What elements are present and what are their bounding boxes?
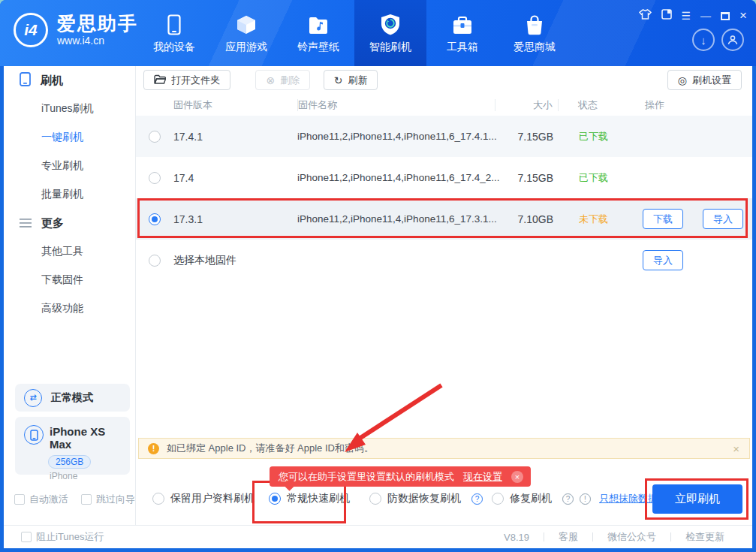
nav-apps-games[interactable]: 应用游戏 xyxy=(210,0,282,66)
table-row-local-firmware[interactable]: 选择本地固件 导入 xyxy=(136,240,752,281)
skin-theme-icon[interactable] xyxy=(639,9,652,23)
app-logo: i4 爱思助手 www.i4.cn xyxy=(14,13,138,47)
table-row-17-4[interactable]: 17.4 iPhone11,2,iPhone11,4,iPhone11,6_17… xyxy=(136,157,752,198)
sidebar-group-more: 更多 xyxy=(4,209,135,237)
checkbox-label: 阻止iTunes运行 xyxy=(36,530,104,544)
flash-phone-icon xyxy=(20,72,31,89)
close-button[interactable]: × xyxy=(739,11,747,21)
device-capacity-badge: 256GB xyxy=(48,455,91,469)
status-downloaded: 已下载 xyxy=(558,130,622,143)
nav-store[interactable]: 爱思商城 xyxy=(498,0,571,66)
col-size: 大小 xyxy=(495,99,558,111)
option-label: 修复刷机 xyxy=(510,492,552,505)
device-type: iPhone xyxy=(50,471,130,481)
cell-size: 7.15GB xyxy=(495,131,558,143)
nav-label: 我的设备 xyxy=(153,41,195,54)
set-now-link[interactable]: 现在设置 xyxy=(463,470,502,484)
block-itunes-checkbox[interactable]: 阻止iTunes运行 xyxy=(4,530,104,544)
info-icon[interactable]: ! xyxy=(580,493,591,505)
radio-unselected-icon[interactable] xyxy=(149,172,161,184)
button-label: 刷新 xyxy=(348,74,367,87)
sidebar-item-download-firmware[interactable]: 下载固件 xyxy=(4,266,135,294)
tooltip-close-icon[interactable]: × xyxy=(511,471,523,483)
delete-button[interactable]: ⊗ 删除 xyxy=(255,70,310,90)
table-row-17-4-1[interactable]: 17.4.1 iPhone11,2,iPhone11,4,iPhone11,6_… xyxy=(136,116,752,157)
sidebar-item-batch-flash[interactable]: 批量刷机 xyxy=(4,180,135,209)
maximize-button[interactable] xyxy=(721,12,730,20)
version-label: V8.19 xyxy=(489,532,544,543)
option-anti-data-recovery[interactable]: 防数据恢复刷机 ? xyxy=(369,489,483,508)
col-status: 状态 xyxy=(558,99,622,111)
download-center-icon[interactable]: ↓ xyxy=(692,29,715,51)
radio-unselected-icon xyxy=(152,493,164,505)
option-label: 保留用户资料刷机 xyxy=(170,492,255,505)
footer-links: V8.19 客服 微信公众号 检查更新 xyxy=(489,530,739,544)
user-account-icon[interactable] xyxy=(721,29,744,51)
nav-my-device[interactable]: 我的设备 xyxy=(138,0,210,66)
phone-icon xyxy=(167,13,181,35)
menu-icon[interactable]: ☰ xyxy=(682,11,691,21)
cell-name: iPhone11,2,iPhone11,4,iPhone11,6_17.3.1.… xyxy=(297,213,495,225)
flash-settings-button[interactable]: ◎ 刷机设置 xyxy=(667,70,742,90)
normal-mode-card[interactable]: ⇄ 正常模式 xyxy=(15,384,130,412)
firmware-table: 17.4.1 iPhone11,2,iPhone11,4,iPhone11,6_… xyxy=(136,116,752,281)
sidebar-item-one-click-flash[interactable]: 一键刷机 xyxy=(4,123,135,152)
tooltip-text: 您可以在助手设置里设置默认的刷机模式 xyxy=(279,470,454,484)
cell-size: 7.10GB xyxy=(495,213,558,225)
device-card[interactable]: iPhone XS Max 256GB iPhone xyxy=(15,417,130,475)
minimize-button[interactable]: — xyxy=(700,11,711,21)
radio-selected-icon[interactable] xyxy=(149,213,161,225)
table-row-17-3-1-selected[interactable]: 17.3.1 iPhone11,2,iPhone11,4,iPhone11,6_… xyxy=(136,198,752,240)
settings-gear-icon: ◎ xyxy=(678,75,687,86)
shopping-bag-icon xyxy=(525,13,544,35)
option-keep-user-data[interactable]: 保留用户资料刷机 xyxy=(152,489,255,508)
app-title: 爱思助手 xyxy=(57,14,138,35)
nav-toolbox[interactable]: 工具箱 xyxy=(426,0,498,66)
open-folder-button[interactable]: 打开文件夹 xyxy=(143,70,230,90)
checkbox-label: 跳过向导 xyxy=(96,493,135,506)
cell-version: 17.3.1 xyxy=(173,213,297,225)
check-update-link[interactable]: 检查更新 xyxy=(671,530,739,544)
toolbar: 打开文件夹 ⊗ 删除 ↻ 刷新 ◎ 刷机设置 xyxy=(143,70,742,91)
sidebar-item-itunes-flash[interactable]: iTunes刷机 xyxy=(4,95,135,123)
sidebar-item-advanced-features[interactable]: 高级功能 xyxy=(4,294,135,323)
import-firmware-button[interactable]: 导入 xyxy=(703,209,743,229)
help-icon[interactable]: ? xyxy=(562,493,574,505)
status-not-downloaded: 未下载 xyxy=(558,213,622,226)
flash-now-button[interactable]: 立即刷机 xyxy=(652,484,742,514)
option-normal-fast-flash[interactable]: 常规快速刷机 xyxy=(269,489,350,508)
device-phone-icon xyxy=(24,425,44,445)
sidebar-item-pro-flash[interactable]: 专业刷机 xyxy=(4,152,135,180)
nav-label: 智能刷机 xyxy=(369,41,411,54)
radio-unselected-icon xyxy=(369,493,381,505)
option-label: 防数据恢复刷机 xyxy=(387,492,461,505)
radio-unselected-icon[interactable] xyxy=(149,255,161,267)
sidebar: 刷机 iTunes刷机 一键刷机 专业刷机 批量刷机 更多 其他工具 下载固件 … xyxy=(4,66,136,525)
cell-size: 7.15GB xyxy=(495,172,558,184)
nav-label: 铃声壁纸 xyxy=(297,41,339,54)
refresh-button[interactable]: ↻ 刷新 xyxy=(324,70,378,90)
option-repair-flash[interactable]: 修复刷机 ? ! 只想抹除数据? xyxy=(492,489,663,508)
clipboard-icon[interactable] xyxy=(661,9,672,23)
checkbox-icon xyxy=(81,494,92,505)
col-firmware-name: 固件名称 xyxy=(297,99,495,111)
button-label: 刷机设置 xyxy=(692,74,731,87)
auto-activate-checkbox[interactable]: 自动激活 xyxy=(14,493,68,506)
radio-unselected-icon[interactable] xyxy=(149,131,161,143)
import-local-firmware-button[interactable]: 导入 xyxy=(643,250,683,270)
download-firmware-button[interactable]: 下载 xyxy=(643,209,683,229)
nav-ringtones-wallpapers[interactable]: 铃声壁纸 xyxy=(282,0,354,66)
header-quick-actions: ↓ xyxy=(692,29,744,51)
sidebar-group-flash: 刷机 xyxy=(4,66,135,95)
help-icon[interactable]: ? xyxy=(471,493,483,505)
mode-swap-icon: ⇄ xyxy=(24,389,42,407)
flash-mode-tooltip: 您可以在助手设置里设置默认的刷机模式 现在设置 × xyxy=(270,466,531,487)
wechat-official-link[interactable]: 微信公众号 xyxy=(593,530,670,544)
customer-service-link[interactable]: 客服 xyxy=(544,530,592,544)
sidebar-item-other-tools[interactable]: 其他工具 xyxy=(4,237,135,266)
cell-name: iPhone11,2,iPhone11,4,iPhone11,6_17.4.1.… xyxy=(297,131,495,142)
nav-smart-flash[interactable]: 智能刷机 xyxy=(354,0,426,66)
checkbox-icon xyxy=(14,494,25,505)
notice-close-icon[interactable]: × xyxy=(733,442,739,455)
skip-setup-checkbox[interactable]: 跳过向导 xyxy=(81,493,135,506)
